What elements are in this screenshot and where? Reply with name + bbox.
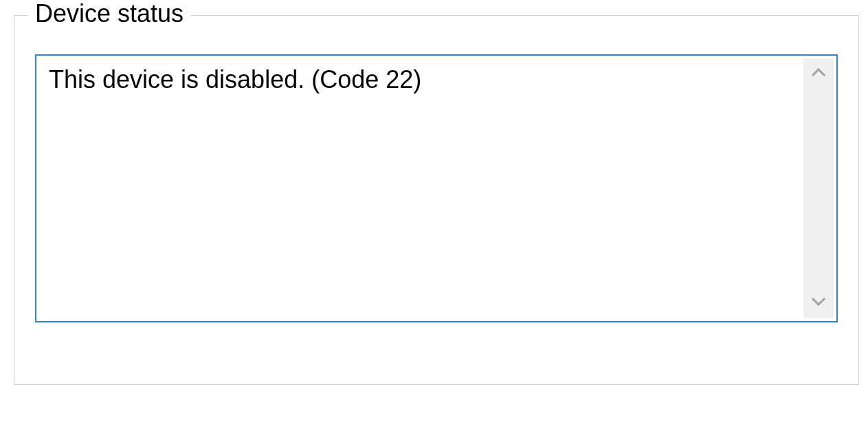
device-status-textbox[interactable]: This device is disabled. (Code 22): [35, 54, 838, 322]
device-status-group: Device status This device is disabled. (…: [14, 15, 859, 385]
scroll-down-button[interactable]: [803, 288, 834, 318]
scrollbar-vertical[interactable]: [803, 58, 834, 318]
scroll-up-button[interactable]: [803, 58, 834, 89]
device-status-message: This device is disabled. (Code 22): [36, 56, 801, 321]
chevron-up-icon: [811, 67, 826, 80]
device-status-legend: Device status: [28, 0, 190, 28]
chevron-down-icon: [811, 297, 826, 309]
